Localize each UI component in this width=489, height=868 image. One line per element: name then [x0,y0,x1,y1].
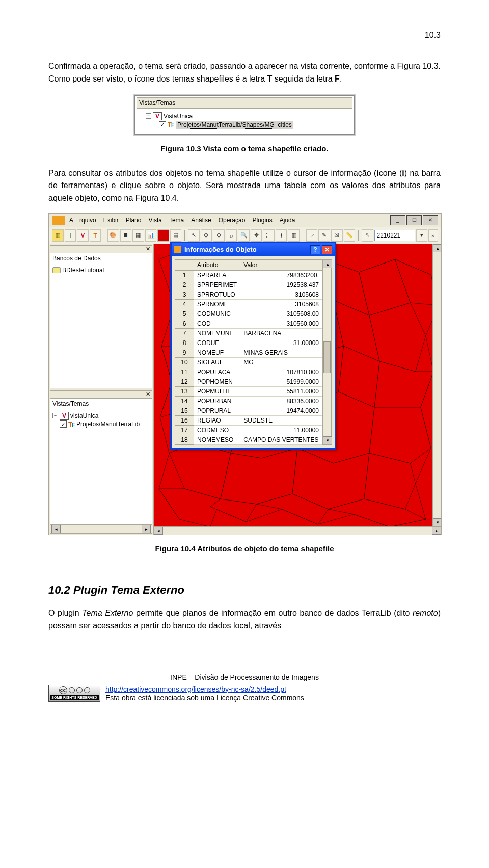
table-row[interactable]: 13POPMULHE55811.0000 [175,386,322,396]
theme-checkbox[interactable]: ✓ [60,420,67,428]
menu-plugins[interactable]: Plugins [249,216,275,225]
table-row[interactable]: 8CODUF31.00000 [175,338,322,348]
menu-operacao[interactable]: Operação [215,216,249,225]
zoom-area-icon[interactable]: ⌕ [226,229,237,242]
menu-exibir[interactable]: Exibir [100,216,122,225]
net-icon[interactable]: ⟋ [306,229,318,242]
legend-icon[interactable]: ≣ [120,229,132,242]
table-row[interactable]: 11POPULACA107810.000 [175,367,322,377]
table-row[interactable]: 1SPRAREA798363200. [175,270,322,280]
scroll-up-icon[interactable]: ▴ [323,260,332,268]
grid-icon[interactable]: ▤ [170,229,182,242]
theme-label: Projetos/ManutTerraLib [76,420,140,428]
view-item[interactable]: − V vistaUnica [52,412,150,420]
row-number: 12 [175,377,194,386]
menu-arquivo[interactable]: Arquivo [66,216,99,225]
table-row[interactable]: 6COD310560.000 [175,319,322,328]
scale-select[interactable]: 2210221 [374,230,415,241]
delete-icon[interactable]: ☒ [331,229,343,242]
letter-t: T [267,74,273,83]
color-box-icon[interactable] [157,229,169,242]
object-info-dialog: Informações do Objeto ? ✕ Atributo Valor [170,242,336,450]
table-row[interactable]: 3SPRROTULO3105608 [175,290,322,299]
dialog-help-button[interactable]: ? [310,245,320,254]
scroll-left-icon[interactable]: ◂ [154,527,163,535]
window-minimize-button[interactable]: _ [390,215,405,225]
dialog-close-button[interactable]: ✕ [322,245,332,254]
tree-row-theme[interactable]: ✓ TF Projetos/ManutTerraLib/Shapes/MG_ci… [139,121,350,129]
db-icon[interactable]: ▥ [52,229,64,242]
database-icon [52,267,61,273]
pan-icon[interactable]: ✥ [251,229,262,242]
ruler-icon[interactable]: 📏 [344,229,356,242]
attr-name: NOMEMUNI [194,328,240,338]
tree-row-view[interactable]: − V VistaUnica [139,112,350,120]
table-row[interactable]: 18NOMEMESOCAMPO DAS VERTENTES [175,435,322,444]
info-plane-icon[interactable]: I [65,229,76,242]
dialog-titlebar[interactable]: Informações do Objeto ? ✕ [172,243,335,256]
pointer-icon[interactable]: ↖ [188,229,200,242]
table-icon[interactable]: ▥ [288,229,300,242]
db-panel-close-icon[interactable]: ✕ [144,246,152,253]
table-row[interactable]: 16REGIAOSUDESTE [175,415,322,425]
attr-name: SIGLAUF [194,357,240,367]
scrollbar-thumb[interactable] [323,341,331,373]
scroll-right-icon[interactable]: ▸ [432,527,441,535]
table-row[interactable]: 17CODMESO11.00000 [175,425,322,435]
db-item-label: BDtesteTutorial [62,267,104,274]
theme-item[interactable]: ✓ TF Projetos/ManutTerraLib [52,420,150,428]
menu-tema[interactable]: Tema [166,216,187,225]
figure-10-3-panel: Vistas/Temas − V VistaUnica ✓ TF Projeto… [134,95,355,135]
palette-icon[interactable]: 🎨 [107,229,119,242]
window-close-button[interactable]: ✕ [423,215,438,225]
scroll-down-icon[interactable]: ▾ [433,518,441,527]
cursor-icon[interactable]: ↖ [362,229,373,242]
menu-analise[interactable]: Análise [188,216,214,225]
views-panel-scrollbar[interactable]: ◂ ▸ [50,524,152,533]
fit-icon[interactable]: ⛶ [263,229,275,242]
menu-ajuda[interactable]: Ajuda [277,216,298,225]
layers-icon[interactable]: ▦ [132,229,144,242]
table-row[interactable]: 15POPRURAL19474.0000 [175,406,322,415]
collapse-icon[interactable]: − [146,113,151,119]
window-maximize-button[interactable]: ☐ [406,215,422,225]
db-item[interactable]: BDtesteTutorial [52,267,150,274]
paragraph-1: Confirmada a operação, o tema será criad… [48,60,441,86]
table-row[interactable]: 4SPRNOME3105608 [175,299,322,309]
attr-name: CODUF [194,338,240,348]
draw-icon[interactable]: ✎ [318,229,330,242]
scroll-left-icon[interactable]: ◂ [51,525,61,533]
table-row[interactable]: 12POPHOMEN51999.0000 [175,377,322,386]
attr-name: POPMULHE [194,386,240,396]
toolbar-overflow-icon[interactable]: » [428,229,438,242]
attr-name: CODMUNIC [194,309,240,319]
scale-dropdown-icon[interactable]: ▾ [416,229,428,242]
map-horizontal-scrollbar[interactable]: ◂ ▸ [154,526,441,535]
view-label: vistaUnica [70,412,98,419]
menu-vista[interactable]: Vista [145,216,165,225]
collapse-icon[interactable]: − [52,413,58,418]
map-vertical-scrollbar[interactable]: ▴ ▾ [432,244,441,527]
table-row[interactable]: 14POPURBAN88336.0000 [175,396,322,406]
dialog-scrollbar[interactable]: ▴ ▾ [322,259,332,445]
table-row[interactable]: 10SIGLAUFMG [175,357,322,367]
table-row[interactable]: 9NOMEUFMINAS GERAIS [175,348,322,357]
table-row[interactable]: 2SPRPERIMET192538.437 [175,280,322,290]
table-row[interactable]: 5CODMUNIC3105608.00 [175,309,322,319]
view-tool-icon[interactable]: V [77,229,89,242]
theme-tool-icon[interactable]: T [90,229,101,242]
zoom-out-icon[interactable]: ⊖ [213,229,225,242]
scroll-right-icon[interactable]: ▸ [142,525,151,533]
table-row[interactable]: 7NOMEMUNIBARBACENA [175,328,322,338]
zoom-in-icon[interactable]: ⊕ [201,229,212,242]
views-panel-close-icon[interactable]: ✕ [144,391,152,398]
menu-plano[interactable]: Plano [123,216,145,225]
scroll-down-icon[interactable]: ▾ [323,436,332,444]
para3-emph-1: Tema Externo [82,609,133,617]
chart-icon[interactable]: 📊 [145,229,157,242]
theme-checkbox[interactable]: ✓ [159,121,166,128]
scroll-up-icon[interactable]: ▴ [433,244,441,252]
info-cursor-icon[interactable]: i [276,229,287,242]
search-icon[interactable]: 🔍 [238,229,250,242]
cc-license-link[interactable]: http://creativecommons.org/licenses/by-n… [105,685,286,693]
